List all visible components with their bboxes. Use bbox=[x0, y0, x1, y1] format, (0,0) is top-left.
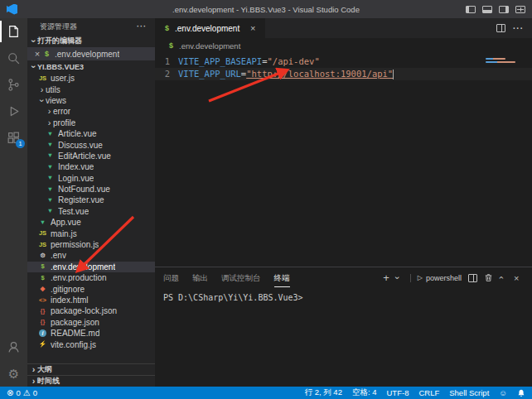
tree-item-label: EditArticle.vue bbox=[58, 151, 111, 161]
notifications-bell-icon[interactable] bbox=[517, 389, 525, 397]
minimap[interactable] bbox=[486, 53, 520, 267]
cursor-position[interactable]: 行 2, 列 42 bbox=[305, 387, 342, 398]
vscode-window: .env.development - Yi.BBS.Vue3 - Visual … bbox=[0, 0, 532, 399]
tree-item-permission.js[interactable]: JSpermission.js bbox=[27, 239, 155, 250]
split-editor-icon[interactable] bbox=[496, 24, 505, 32]
tab-env-development[interactable]: $ .env.development bbox=[155, 18, 266, 38]
terminal-shell-label: powershell bbox=[426, 274, 462, 282]
toggle-sidebar-icon[interactable] bbox=[466, 6, 476, 13]
editor-more-actions-icon[interactable] bbox=[513, 24, 524, 33]
chevron-right-icon bbox=[30, 366, 37, 373]
error-count: 0 bbox=[16, 388, 20, 397]
tree-item-package-lock.json[interactable]: {}package-lock.json bbox=[27, 305, 155, 316]
tree-item-.env.production[interactable]: $.env.production bbox=[27, 272, 155, 283]
tab-terminal[interactable]: 终端 bbox=[274, 269, 290, 287]
tree-item-README.md[interactable]: iREADME.md bbox=[27, 328, 155, 339]
search-icon[interactable] bbox=[0, 45, 27, 71]
readme-icon: i bbox=[39, 329, 46, 337]
vue-icon: ▼ bbox=[46, 163, 55, 171]
text-cursor bbox=[393, 70, 394, 79]
split-terminal-icon[interactable] bbox=[468, 274, 477, 282]
tree-item-App.vue[interactable]: ▼App.vue bbox=[27, 217, 155, 228]
toggle-panel-icon[interactable] bbox=[482, 6, 492, 13]
problems-summary[interactable]: ⊗ 0 ⚠ 0 bbox=[7, 388, 37, 397]
tab-output[interactable]: 输出 bbox=[192, 269, 208, 286]
vue-icon: ▼ bbox=[46, 130, 55, 138]
chevron-right-icon bbox=[46, 119, 53, 127]
breadcrumb[interactable]: $ .env.development bbox=[155, 38, 532, 53]
tree-item-.env.development[interactable]: $.env.development bbox=[27, 262, 155, 272]
tree-item-Login.vue[interactable]: ▼Login.vue bbox=[27, 173, 155, 184]
feedback-smiley-icon[interactable]: ☺ bbox=[499, 388, 507, 397]
tree-item-Register.vue[interactable]: ▼Register.vue bbox=[27, 195, 155, 205]
tree-item-label: .gitignore bbox=[51, 285, 85, 294]
tree-item-.env[interactable]: ⚙.env bbox=[27, 250, 155, 261]
source-control-icon[interactable] bbox=[0, 71, 27, 98]
tree-item-label: .env bbox=[51, 251, 66, 260]
explorer-icon[interactable] bbox=[0, 18, 27, 45]
tree-item-vite.config.js[interactable]: ⚡vite.config.js bbox=[27, 339, 155, 349]
account-icon[interactable] bbox=[0, 334, 27, 360]
close-tab-icon[interactable] bbox=[248, 23, 258, 33]
customize-layout-icon[interactable] bbox=[515, 6, 525, 13]
tree-item-package.json[interactable]: {}package.json bbox=[27, 317, 155, 328]
open-editors-header[interactable]: 打开的编辑器 bbox=[27, 35, 155, 47]
tree-item-Index.vue[interactable]: ▼Index.vue bbox=[27, 161, 155, 172]
tree-item-label: Register.vue bbox=[58, 195, 104, 204]
eol-sequence[interactable]: CRLF bbox=[418, 388, 439, 397]
tab-debug-console[interactable]: 调试控制台 bbox=[221, 269, 261, 286]
tree-item-label: .env.production bbox=[51, 273, 107, 282]
env-var-name: VITE_APP_BASEAPI bbox=[178, 56, 262, 66]
encoding[interactable]: UTF-8 bbox=[387, 388, 409, 397]
tree-item-error[interactable]: error bbox=[27, 106, 155, 117]
new-terminal-icon[interactable]: + bbox=[383, 274, 389, 282]
project-root-header[interactable]: YI.BBS.VUE3 bbox=[27, 60, 155, 73]
terminal-dropdown-icon[interactable] bbox=[396, 274, 404, 281]
npm-icon: {} bbox=[38, 318, 47, 326]
tree-item-EditArticle.vue[interactable]: ▼EditArticle.vue bbox=[27, 151, 155, 161]
tree-item-label: package-lock.json bbox=[51, 306, 117, 315]
tree-item-label: error bbox=[53, 107, 70, 116]
tree-item-utils[interactable]: utils bbox=[27, 84, 155, 94]
chevron-down-icon bbox=[30, 63, 37, 70]
tree-item-views[interactable]: views bbox=[27, 95, 155, 106]
tree-item-profile[interactable]: profile bbox=[27, 118, 155, 128]
tree-item-label: App.vue bbox=[51, 218, 81, 227]
open-editor-item[interactable]: $ .env.development bbox=[27, 47, 155, 60]
terminal-output[interactable]: PS D:\CSharp\Yi\Yi.BBS.Vue3> bbox=[155, 288, 532, 387]
chevron-right-icon bbox=[38, 86, 46, 94]
kill-terminal-icon[interactable] bbox=[484, 273, 493, 282]
tree-item-user.js[interactable]: JSuser.js bbox=[27, 73, 155, 84]
maximize-panel-icon[interactable] bbox=[500, 274, 507, 281]
close-editor-icon[interactable] bbox=[32, 49, 42, 59]
tree-item-Discuss.vue[interactable]: ▼Discuss.vue bbox=[27, 139, 155, 150]
tree-item-label: user.js bbox=[51, 74, 75, 83]
tree-item-index.html[interactable]: <>index.html bbox=[27, 295, 155, 305]
close-panel-icon[interactable] bbox=[514, 273, 524, 283]
sidebar-more-actions-icon[interactable] bbox=[137, 18, 147, 35]
terminal-profile[interactable]: ▷ powershell bbox=[410, 274, 462, 282]
toggle-secondary-sidebar-icon[interactable] bbox=[499, 6, 509, 13]
tree-item-main.js[interactable]: JSmain.js bbox=[27, 228, 155, 238]
extensions-icon[interactable]: 1 bbox=[0, 124, 27, 151]
settings-gear-icon[interactable]: ⚙ bbox=[0, 360, 27, 387]
js-icon: JS bbox=[38, 241, 47, 249]
html-icon: <> bbox=[38, 296, 47, 305]
tree-item-Article.vue[interactable]: ▼Article.vue bbox=[27, 128, 155, 139]
code-editor[interactable]: 1 VITE_APP_BASEAPI="/api-dev" 2 VITE_APP… bbox=[155, 53, 532, 267]
outline-section-header[interactable]: 大纲 bbox=[27, 363, 155, 375]
vue-icon: ▼ bbox=[46, 141, 55, 149]
window-title: .env.development - Yi.BBS.Vue3 - Visual … bbox=[0, 5, 532, 14]
indentation[interactable]: 空格: 4 bbox=[352, 387, 377, 398]
tree-item-NotFound.vue[interactable]: ▼NotFound.vue bbox=[27, 184, 155, 195]
tree-item-.gitignore[interactable]: ◆.gitignore bbox=[27, 283, 155, 294]
language-mode[interactable]: Shell Script bbox=[449, 388, 489, 397]
run-debug-icon[interactable] bbox=[0, 98, 27, 124]
minimap-line bbox=[486, 58, 505, 60]
line-number: 2 bbox=[155, 68, 178, 80]
editor-region: $ .env.development $ .env.development 1 … bbox=[155, 18, 532, 387]
tree-item-Test.vue[interactable]: ▼Test.vue bbox=[27, 206, 155, 217]
env-var-value: "/api-dev" bbox=[267, 56, 319, 66]
tab-problems[interactable]: 问题 bbox=[163, 269, 179, 286]
timeline-section-header[interactable]: 时间线 bbox=[27, 375, 155, 387]
